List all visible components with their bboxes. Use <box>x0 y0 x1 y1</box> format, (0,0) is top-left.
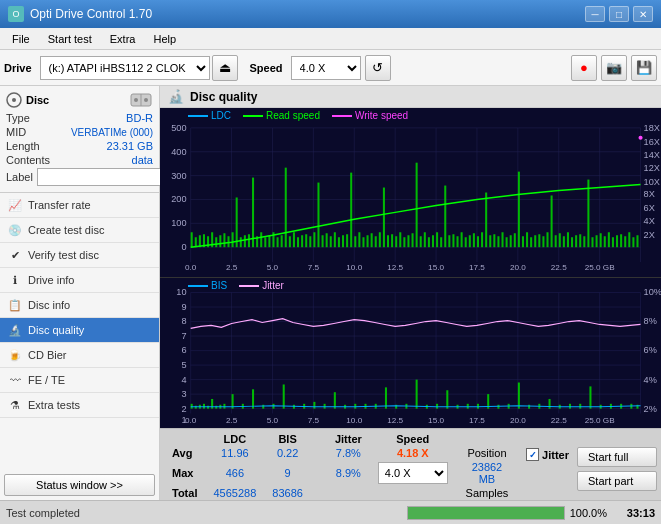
svg-text:0.0: 0.0 <box>185 416 197 425</box>
svg-rect-132 <box>522 236 524 247</box>
app-title: Opti Drive Control 1.70 <box>30 7 152 21</box>
avg-ldc: 11.96 <box>205 446 264 460</box>
svg-rect-120 <box>473 233 475 247</box>
menu-extra[interactable]: Extra <box>102 31 144 47</box>
svg-rect-52 <box>195 237 197 247</box>
svg-rect-75 <box>289 236 291 247</box>
svg-rect-72 <box>277 237 279 247</box>
record-button[interactable]: ● <box>571 55 597 81</box>
svg-text:300: 300 <box>171 171 186 181</box>
svg-point-4 <box>134 98 138 102</box>
svg-text:3: 3 <box>181 389 186 399</box>
nav-disc-quality[interactable]: 🔬 Disc quality <box>0 318 159 343</box>
save-button[interactable]: 💾 <box>631 55 657 81</box>
disc-icon <box>6 92 22 108</box>
nav-items: 📈 Transfer rate 💿 Create test disc ✔ Ver… <box>0 193 159 418</box>
nav-fe-te[interactable]: 〰 FE / TE <box>0 368 159 393</box>
svg-rect-60 <box>227 236 229 247</box>
dq-icon: 🔬 <box>168 89 184 104</box>
drive-select[interactable]: (k:) ATAPI iHBS112 2 CLOK <box>40 56 210 80</box>
mid-label: MID <box>6 126 26 138</box>
disc-options-icon <box>129 92 153 108</box>
start-part-button[interactable]: Start part <box>577 471 657 491</box>
title-bar: O Opti Drive Control 1.70 ─ □ ✕ <box>0 0 661 28</box>
svg-rect-96 <box>375 236 377 247</box>
max-bis: 9 <box>264 460 311 486</box>
svg-rect-129 <box>510 235 512 247</box>
max-jitter: 8.9% <box>327 460 370 486</box>
verify-test-disc-label: Verify test disc <box>28 249 99 261</box>
speed-label: Speed <box>250 62 283 74</box>
svg-rect-141 <box>559 233 561 247</box>
refresh-button[interactable]: ↺ <box>365 55 391 81</box>
nav-drive-info[interactable]: ℹ Drive info <box>0 268 159 293</box>
svg-rect-222 <box>262 405 264 409</box>
svg-text:500: 500 <box>171 123 186 133</box>
svg-rect-127 <box>501 232 503 247</box>
mid-value: VERBATIMe (000) <box>71 127 153 138</box>
svg-rect-74 <box>285 168 287 248</box>
svg-rect-68 <box>260 232 262 247</box>
svg-rect-51 <box>191 232 193 247</box>
svg-text:20.0: 20.0 <box>510 416 526 425</box>
label-input[interactable] <box>37 168 170 186</box>
speed-dropdown[interactable]: 4.0 X 8.0 X MAX <box>378 462 448 484</box>
upper-chart-svg: 500 400 300 200 100 0 18X 16X 14X 12X 10… <box>160 108 661 277</box>
nav-transfer-rate[interactable]: 📈 Transfer rate <box>0 193 159 218</box>
nav-cd-bier[interactable]: 🍺 CD Bier <box>0 343 159 368</box>
minimize-button[interactable]: ─ <box>585 6 605 22</box>
position-label: Position <box>456 446 518 460</box>
svg-point-5 <box>144 98 148 102</box>
svg-rect-134 <box>530 237 532 247</box>
svg-rect-158 <box>628 232 630 247</box>
status-window-button[interactable]: Status window >> <box>4 474 155 496</box>
svg-text:20.0: 20.0 <box>510 263 526 272</box>
jitter-checkbox[interactable]: ✓ <box>526 448 539 461</box>
dq-header: 🔬 Disc quality <box>160 86 661 108</box>
disc-section-title: Disc <box>26 94 49 106</box>
fe-te-label: FE / TE <box>28 374 65 386</box>
svg-text:22.5: 22.5 <box>551 416 567 425</box>
speed-value: 4.18 X <box>370 446 456 460</box>
svg-rect-88 <box>342 235 344 247</box>
close-button[interactable]: ✕ <box>633 6 653 22</box>
svg-text:2X: 2X <box>644 230 655 240</box>
samples-label: Samples <box>456 486 518 500</box>
svg-text:0.0: 0.0 <box>185 263 197 272</box>
svg-rect-224 <box>283 384 285 408</box>
eject-button[interactable]: ⏏ <box>212 55 238 81</box>
svg-rect-119 <box>469 235 471 247</box>
max-label: Max <box>164 460 205 486</box>
status-text: Test completed <box>6 507 399 519</box>
nav-disc-info[interactable]: 📋 Disc info <box>0 293 159 318</box>
svg-rect-245 <box>497 405 499 409</box>
type-label: Type <box>6 112 30 124</box>
svg-rect-240 <box>446 390 448 408</box>
svg-rect-61 <box>232 232 234 247</box>
menu-file[interactable]: File <box>4 31 38 47</box>
svg-rect-6 <box>160 108 661 277</box>
svg-text:14X: 14X <box>644 150 660 160</box>
speed-select[interactable]: 4.0 X 8.0 X MAX <box>291 56 361 80</box>
verify-test-disc-icon: ✔ <box>8 248 22 262</box>
menu-start-test[interactable]: Start test <box>40 31 100 47</box>
menu-bar: File Start test Extra Help <box>0 28 661 50</box>
write-speed-legend: Write speed <box>355 110 408 121</box>
svg-rect-157 <box>624 236 626 247</box>
svg-rect-155 <box>616 235 618 247</box>
svg-rect-111 <box>436 232 438 247</box>
camera-button[interactable]: 📷 <box>601 55 627 81</box>
nav-create-test-disc[interactable]: 💿 Create test disc <box>0 218 159 243</box>
svg-rect-159 <box>632 237 634 247</box>
svg-rect-101 <box>395 236 397 247</box>
maximize-button[interactable]: □ <box>609 6 629 22</box>
svg-rect-156 <box>620 234 622 247</box>
menu-help[interactable]: Help <box>145 31 184 47</box>
nav-extra-tests[interactable]: ⚗ Extra tests <box>0 393 159 418</box>
svg-rect-137 <box>542 236 544 247</box>
progress-fill <box>408 507 564 519</box>
nav-verify-test-disc[interactable]: ✔ Verify test disc <box>0 243 159 268</box>
svg-rect-73 <box>281 235 283 247</box>
svg-rect-98 <box>383 188 385 248</box>
start-full-button[interactable]: Start full <box>577 447 657 467</box>
